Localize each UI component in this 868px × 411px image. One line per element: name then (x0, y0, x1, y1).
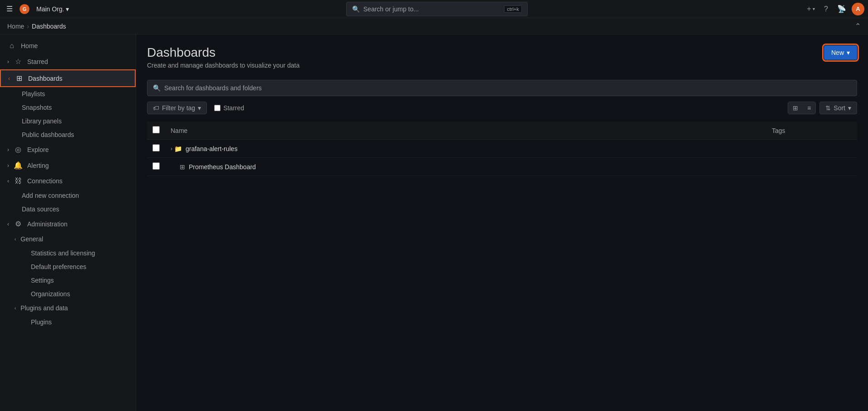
content-header: Dashboards Create and manage dashboards … (147, 45, 857, 69)
row-checkbox-cell (147, 158, 165, 176)
sidebar-item-add-new-connection[interactable]: Add new connection (0, 189, 136, 202)
sidebar-item-statistics-licensing[interactable]: Statistics and licensing (0, 246, 136, 260)
table-row: › 📁 grafana-alert-rules (147, 140, 857, 158)
sidebar-item-playlists[interactable]: Playlists (0, 87, 136, 101)
plus-icon: ＋ (805, 4, 813, 14)
dashboard-search-input[interactable] (164, 84, 851, 92)
sidebar-item-public-dashboards[interactable]: Public dashboards (0, 128, 136, 142)
sidebar-item-organizations[interactable]: Organizations (0, 287, 136, 301)
sidebar-item-settings[interactable]: Settings (0, 274, 136, 287)
sidebar-item-dashboards[interactable]: ‹ ⊞ Dashboards (0, 69, 136, 87)
sidebar-item-plugins[interactable]: Plugins (0, 315, 136, 329)
dashboard-icon: ⊞ (180, 163, 185, 171)
row-checkbox[interactable] (152, 162, 160, 170)
filter-starred-label[interactable]: Starred (211, 102, 248, 114)
tag-icon: 🏷 (153, 104, 159, 112)
breadcrumb-current: Dashboards (32, 23, 66, 30)
main-layout: ⌂ Home › ☆ Starred ‹ ⊞ Dashboards Playli… (0, 34, 868, 411)
dashboard-table: Name Tags › 📁 (147, 122, 857, 176)
filter-by-tag-button[interactable]: 🏷 Filter by tag ▾ (147, 102, 207, 114)
starred-filter-label: Starred (223, 104, 244, 112)
sort-button[interactable]: ⇅ Sort ▾ (819, 102, 857, 114)
help-icon: ? (824, 5, 828, 13)
global-search-box[interactable]: 🔍 Search or jump to... ctrl+k (346, 2, 528, 16)
new-button[interactable]: New ▾ (824, 45, 857, 60)
default-preferences-label: Default preferences (31, 263, 86, 270)
general-label: General (20, 235, 43, 243)
dashboards-icon: ⊞ (15, 74, 24, 83)
sidebar: ⌂ Home › ☆ Starred ‹ ⊞ Dashboards Playli… (0, 34, 136, 411)
content-title-group: Dashboards Create and manage dashboards … (147, 45, 299, 69)
sidebar-item-administration[interactable]: ‹ ⚙ Administration (0, 216, 136, 232)
breadcrumb-collapse-button[interactable]: ⌃ (855, 22, 861, 30)
new-button-chevron-icon: ▾ (847, 49, 850, 56)
plus-chevron-icon: ▾ (813, 6, 815, 11)
list-icon: ≡ (807, 104, 811, 112)
connections-chevron-icon: ‹ (7, 178, 9, 184)
help-button[interactable]: ? (820, 2, 832, 16)
sidebar-item-default-preferences[interactable]: Default preferences (0, 260, 136, 274)
dashboard-search[interactable]: 🔍 (147, 80, 857, 96)
filter-tag-label: Filter by tag (162, 104, 195, 112)
column-name: Name (165, 122, 766, 140)
sidebar-item-label: Home (21, 42, 128, 49)
column-tags: Tags (766, 122, 857, 140)
breadcrumb-home[interactable]: Home (7, 23, 24, 30)
hamburger-button[interactable]: ☰ (4, 4, 15, 15)
sidebar-item-explore[interactable]: › ◎ Explore (0, 142, 136, 157)
grid-view-button[interactable]: ⊞ (788, 102, 803, 114)
general-chevron-icon: ‹ (15, 237, 16, 242)
explore-chevron-icon: › (7, 147, 9, 153)
avatar[interactable]: A (852, 3, 864, 15)
sidebar-item-home[interactable]: ⌂ Home (0, 38, 136, 54)
sidebar-dashboards-label: Dashboards (28, 75, 128, 82)
topbar-right: ＋ ▾ ? 📡 A (802, 1, 864, 16)
row-checkbox-cell (147, 140, 165, 158)
select-all-checkbox[interactable] (152, 126, 160, 133)
new-button-label: New (831, 49, 844, 56)
statistics-licensing-label: Statistics and licensing (31, 250, 95, 257)
row-tags-cell (766, 140, 857, 158)
sidebar-item-connections[interactable]: ‹ ⛓ Connections (0, 173, 136, 189)
home-icon: ⌂ (7, 42, 16, 50)
plus-button[interactable]: ＋ ▾ (802, 1, 819, 16)
sidebar-starred-label: Starred (27, 58, 128, 65)
sidebar-item-data-sources[interactable]: Data sources (0, 202, 136, 216)
connections-icon: ⛓ (14, 177, 23, 185)
org-selector[interactable]: Main Org. ▾ (34, 4, 72, 15)
sidebar-item-starred[interactable]: › ☆ Starred (0, 54, 136, 69)
topbar-search: 🔍 Search or jump to... ctrl+k (75, 2, 798, 16)
sidebar-group-plugins-data[interactable]: ‹ Plugins and data (0, 301, 136, 315)
list-view-button[interactable]: ≡ (803, 102, 815, 114)
plugins-label: Plugins (31, 318, 52, 326)
sidebar-item-alerting[interactable]: › 🔔 Alerting (0, 157, 136, 173)
plugins-data-label: Plugins and data (20, 304, 68, 312)
row-name-link[interactable]: grafana-alert-rules (186, 145, 237, 152)
row-expand-icon[interactable]: › (171, 146, 172, 152)
news-icon: 📡 (837, 5, 846, 13)
sort-icon: ⇅ (825, 104, 831, 112)
dashboards-chevron-icon: ‹ (8, 75, 10, 82)
sidebar-item-library-panels[interactable]: Library panels (0, 114, 136, 128)
sort-label: Sort (834, 104, 845, 112)
search-icon: 🔍 (352, 5, 360, 13)
sidebar-item-snapshots[interactable]: Snapshots (0, 101, 136, 114)
folder-icon: 📁 (174, 145, 182, 152)
alerting-icon: 🔔 (14, 161, 23, 170)
plugins-data-chevron-icon: ‹ (15, 306, 16, 311)
topbar: ☰ G Main Org. ▾ 🔍 Search or jump to... c… (0, 0, 868, 18)
starred-checkbox[interactable] (214, 105, 221, 111)
row-name-cell: › 📁 grafana-alert-rules (165, 140, 766, 158)
row-name-link[interactable]: Prometheus Dashboard (189, 163, 256, 171)
search-icon: 🔍 (153, 84, 161, 92)
library-panels-label: Library panels (22, 117, 62, 125)
filter-tag-chevron-icon: ▾ (198, 104, 201, 112)
grafana-logo: G (19, 4, 30, 15)
settings-label: Settings (31, 277, 54, 284)
svg-text:G: G (23, 6, 26, 11)
news-button[interactable]: 📡 (834, 2, 850, 16)
star-icon: ☆ (14, 57, 23, 66)
row-checkbox[interactable] (152, 144, 160, 152)
sidebar-connections-label: Connections (27, 177, 128, 185)
sidebar-group-general[interactable]: ‹ General (0, 232, 136, 246)
